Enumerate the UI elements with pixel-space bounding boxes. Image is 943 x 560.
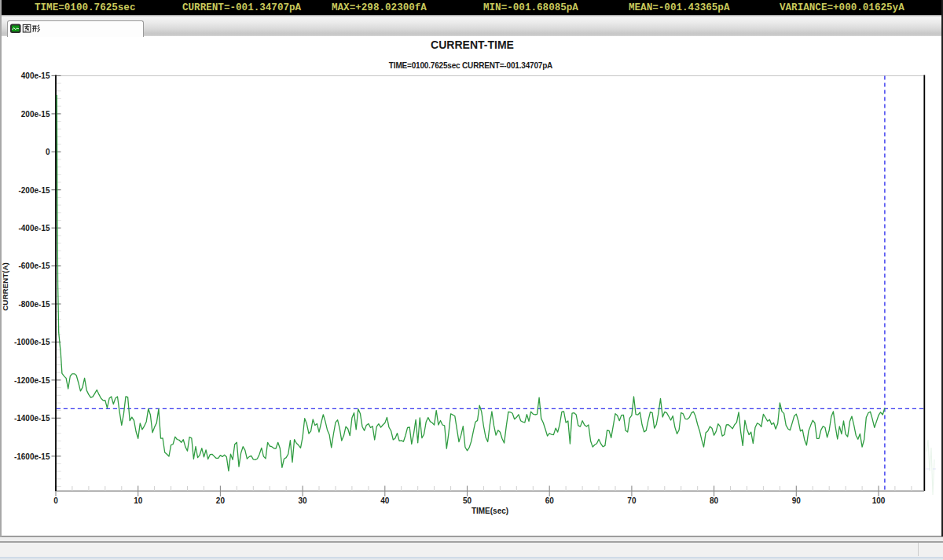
svg-text:100: 100 xyxy=(872,496,886,505)
svg-text:-1200e-15: -1200e-15 xyxy=(14,376,50,385)
svg-text:90: 90 xyxy=(792,496,802,505)
svg-text:60: 60 xyxy=(545,496,555,505)
svg-text:400e-15: 400e-15 xyxy=(21,71,50,80)
svg-text:0: 0 xyxy=(53,496,58,505)
svg-text:40: 40 xyxy=(380,496,390,505)
svg-text:0: 0 xyxy=(46,148,50,156)
svg-text:-200e-15: -200e-15 xyxy=(18,186,50,195)
svg-text:-600e-15: -600e-15 xyxy=(18,262,50,270)
svg-text:200e-15: 200e-15 xyxy=(21,110,50,119)
svg-text:CURRENT(A): CURRENT(A) xyxy=(1,262,9,311)
svg-text:30: 30 xyxy=(299,496,308,505)
svg-text:-1600e-15: -1600e-15 xyxy=(14,452,50,461)
svg-text:10: 10 xyxy=(134,496,143,505)
svg-text:80: 80 xyxy=(710,496,719,505)
svg-text:CURRENT-TIME: CURRENT-TIME xyxy=(431,38,514,51)
svg-text:-800e-15: -800e-15 xyxy=(18,300,50,309)
svg-text:TIME=0100.7625sec CURRENT=-001: TIME=0100.7625sec CURRENT=-001.34707pA xyxy=(389,61,552,70)
svg-text:TIME(sec): TIME(sec) xyxy=(472,507,508,515)
svg-text:50: 50 xyxy=(463,496,472,505)
svg-text:70: 70 xyxy=(627,496,637,505)
svg-text:20: 20 xyxy=(216,496,226,505)
svg-text:-1000e-15: -1000e-15 xyxy=(14,338,50,346)
svg-text:-1400e-15: -1400e-15 xyxy=(14,414,50,423)
svg-text:-400e-15: -400e-15 xyxy=(18,224,50,232)
